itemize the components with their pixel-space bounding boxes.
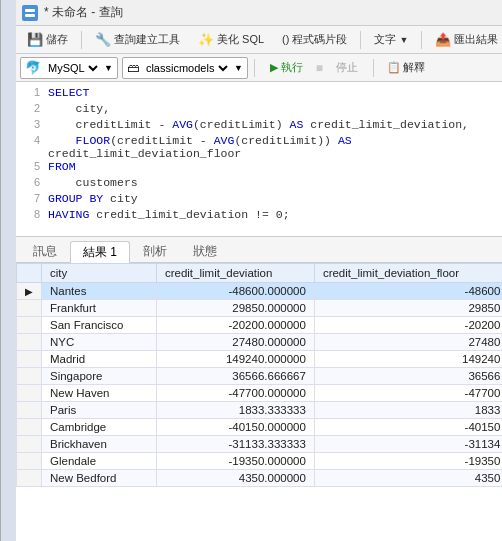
sql-having: HAVING credit_limit_deviation != 0; <box>48 208 290 221</box>
tab-status[interactable]: 狀態 <box>180 240 230 262</box>
cell-floor: -31134 <box>314 436 502 453</box>
cell-floor: 27480 <box>314 334 502 351</box>
table-row[interactable]: Singapore36566.66666736566 <box>17 368 503 385</box>
save-label: 儲存 <box>46 32 68 47</box>
cell-city: NYC <box>42 334 157 351</box>
text-label: 文字 <box>374 32 396 47</box>
dropdown-arrow-icon: ▼ <box>104 63 113 73</box>
table-row[interactable]: NYC27480.00000027480 <box>17 334 503 351</box>
schema-select[interactable]: 🗃 classicmodels ▼ <box>122 57 248 79</box>
tab-result1[interactable]: 結果 1 <box>70 241 130 263</box>
cell-floor: 36566 <box>314 368 502 385</box>
schema-icon: 🗃 <box>127 61 139 75</box>
table-row[interactable]: ▶Nantes-48600.000000-48600 <box>17 283 503 300</box>
divider1 <box>81 31 82 49</box>
explain-button[interactable]: 📋 解釋 <box>380 57 432 79</box>
line-num-2: 2 <box>20 102 40 114</box>
query-builder-button[interactable]: 🔧 查詢建立工具 <box>88 29 187 51</box>
sql-line-2: 2 city, <box>16 102 502 118</box>
table-row[interactable]: Madrid149240.000000149240 <box>17 351 503 368</box>
col-indicator <box>17 264 42 283</box>
table-row[interactable]: Brickhaven-31133.333333-31134 <box>17 436 503 453</box>
row-indicator <box>17 334 42 351</box>
table-row[interactable]: Cambridge-40150.000000-40150 <box>17 419 503 436</box>
execute-label: 執行 <box>281 60 303 75</box>
row-indicator <box>17 317 42 334</box>
results-area[interactable]: city credit_limit_deviation credit_limit… <box>16 263 502 541</box>
stop-button[interactable]: 停止 <box>327 57 367 79</box>
table-row[interactable]: Frankfurt29850.00000029850 <box>17 300 503 317</box>
export-results-button[interactable]: 📤 匯出結果 <box>428 29 502 51</box>
cell-city: Cambridge <box>42 419 157 436</box>
cell-city: Paris <box>42 402 157 419</box>
cell-floor: 4350 <box>314 470 502 487</box>
sql-line-5: 5 FROM <box>16 160 502 176</box>
beautify-icon: ✨ <box>198 32 214 47</box>
table-header-row: city credit_limit_deviation credit_limit… <box>17 264 503 283</box>
db-icon <box>22 5 38 21</box>
play-icon: ▶ <box>270 61 278 74</box>
row-indicator <box>17 351 42 368</box>
app-layout: 物件 * 未命名 - 查詢 💾 儲存 🔧 查詢建立工具 <box>0 0 502 541</box>
text-button[interactable]: 文字 ▼ <box>367 29 415 51</box>
table-row[interactable]: Paris1833.3333331833 <box>17 402 503 419</box>
row-indicator <box>17 368 42 385</box>
cell-deviation: -40150.000000 <box>156 419 314 436</box>
row-indicator <box>17 419 42 436</box>
db-engine-dropdown[interactable]: MySQL <box>44 61 101 75</box>
line-num-3: 3 <box>20 118 40 130</box>
save-button[interactable]: 💾 儲存 <box>20 29 75 51</box>
sql-groupby: GROUP BY city <box>48 192 138 205</box>
row-indicator <box>17 300 42 317</box>
query-builder-label: 查詢建立工具 <box>114 32 180 47</box>
cell-city: Singapore <box>42 368 157 385</box>
beautify-sql-button[interactable]: ✨ 美化 SQL <box>191 29 271 51</box>
table-row[interactable]: San Francisco-20200.000000-20200 <box>17 317 503 334</box>
toolbar2: 🐬 MySQL ▼ 🗃 classicmodels ▼ ▶ 執行 ■ 停止 <box>16 54 502 82</box>
cell-deviation: -19350.000000 <box>156 453 314 470</box>
col-deviation[interactable]: credit_limit_deviation <box>156 264 314 283</box>
cell-city: San Francisco <box>42 317 157 334</box>
cell-deviation: -31133.333333 <box>156 436 314 453</box>
db-engine-select[interactable]: 🐬 MySQL ▼ <box>20 57 118 79</box>
table-row[interactable]: Glendale-19350.000000-19350 <box>17 453 503 470</box>
row-indicator <box>17 402 42 419</box>
dropdown-icon: ▼ <box>399 35 408 45</box>
divider2 <box>360 31 361 49</box>
execute-button[interactable]: ▶ 執行 <box>261 57 312 79</box>
cell-deviation: -20200.000000 <box>156 317 314 334</box>
cell-city: Madrid <box>42 351 157 368</box>
tab-profile-label: 剖析 <box>143 243 167 260</box>
sql-line-1: 1 SELECT <box>16 86 502 102</box>
line-num-8: 8 <box>20 208 40 220</box>
tab-messages[interactable]: 訊息 <box>20 240 70 262</box>
col-floor[interactable]: credit_limit_deviation_floor <box>314 264 502 283</box>
tab-unnamed-query[interactable]: * 未命名 - 查詢 <box>44 4 123 21</box>
sql-city: city, <box>48 102 110 115</box>
query-builder-icon: 🔧 <box>95 32 111 47</box>
code-snippets-button[interactable]: () 程式碼片段 <box>275 29 354 51</box>
object-panel[interactable]: 物件 <box>0 0 16 541</box>
sql-editor[interactable]: 1 SELECT 2 city, 3 creditLimit - AVG(cre… <box>16 82 502 237</box>
cell-floor: -40150 <box>314 419 502 436</box>
line-num-5: 5 <box>20 160 40 172</box>
tab-profile[interactable]: 剖析 <box>130 240 180 262</box>
cell-floor: 29850 <box>314 300 502 317</box>
tabs-bar: 訊息 結果 1 剖析 狀態 <box>16 237 502 263</box>
separator: ■ <box>316 61 323 75</box>
toolbar1: 💾 儲存 🔧 查詢建立工具 ✨ 美化 SQL () 程式碼片段 文字 ▼ <box>16 26 502 54</box>
table-row[interactable]: New Haven-47700.000000-47700 <box>17 385 503 402</box>
col-city[interactable]: city <box>42 264 157 283</box>
cell-city: Glendale <box>42 453 157 470</box>
stop-label: 停止 <box>336 60 358 75</box>
beautify-label: 美化 SQL <box>217 32 264 47</box>
svg-rect-0 <box>25 9 35 12</box>
cell-city: Frankfurt <box>42 300 157 317</box>
schema-dropdown[interactable]: classicmodels <box>142 61 231 75</box>
table-row[interactable]: New Bedford4350.0000004350 <box>17 470 503 487</box>
title-bar: * 未命名 - 查詢 <box>16 0 502 26</box>
sql-line-3: 3 creditLimit - AVG(creditLimit) AS cred… <box>16 118 502 134</box>
cell-floor: 1833 <box>314 402 502 419</box>
schema-dropdown-arrow: ▼ <box>234 63 243 73</box>
explain-icon: 📋 <box>387 61 401 74</box>
